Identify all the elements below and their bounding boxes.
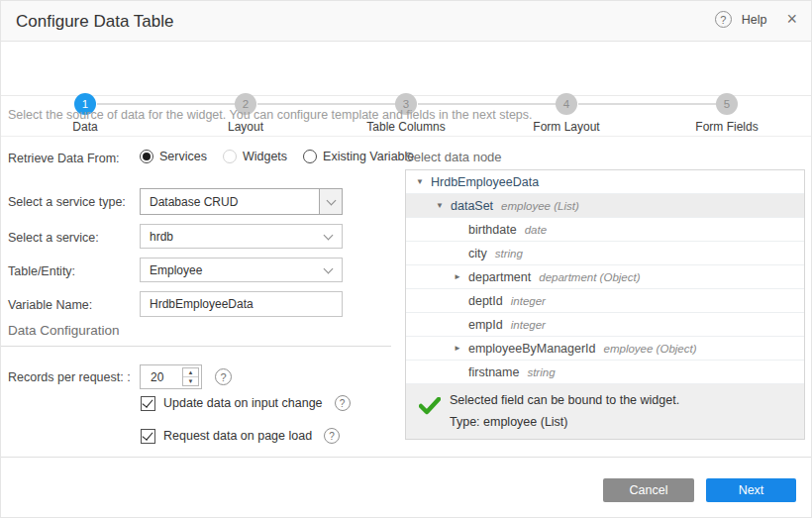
next-button[interactable]: Next	[706, 478, 796, 502]
header-actions: ? Help ×	[715, 11, 797, 28]
request-data-checkbox[interactable]	[141, 429, 155, 444]
question-glyph: ?	[340, 398, 346, 409]
tree-node-label: employeeByManagerId	[468, 342, 596, 356]
tree-node-type: integer	[511, 319, 546, 331]
tree-node-label: HrdbEmployeeData	[431, 175, 539, 189]
records-per-request-stepper[interactable]: 20 ▲ ▼	[140, 364, 202, 389]
tree-node-type: department (Object)	[539, 271, 640, 283]
tree-node-label: deptId	[468, 294, 503, 308]
tree-node-label: empId	[468, 318, 503, 332]
step-connector	[578, 103, 717, 105]
question-glyph: ?	[720, 14, 726, 26]
chevron-down-icon	[326, 195, 336, 205]
dialog-title: Configure Data Table	[16, 12, 173, 32]
radio-existing-variable-circle	[303, 150, 317, 163]
variable-name-label: Variable Name:	[8, 298, 92, 312]
expander-down-icon[interactable]: ▼	[414, 177, 426, 186]
radio-services[interactable]: Services	[140, 150, 207, 163]
tree-node-department[interactable]: ► department department (Object)	[406, 265, 804, 289]
select-data-node-heading: Select data node	[405, 150, 502, 164]
radio-widgets-label: Widgets	[243, 150, 287, 163]
spinner-up-icon[interactable]: ▲	[183, 368, 198, 377]
tree-node-type: date	[525, 224, 547, 236]
tree-node-dataset[interactable]: ▼ dataSet employee (List)	[406, 194, 804, 218]
divider	[1, 457, 812, 458]
tree-node-birthdate[interactable]: birthdate date	[406, 218, 804, 242]
records-help-icon[interactable]: ?	[215, 368, 232, 385]
tree-node-type: integer	[511, 295, 546, 307]
tree-node-label: birthdate	[468, 223, 517, 237]
divider	[1, 136, 812, 137]
records-per-request-value: 20	[141, 365, 182, 388]
tree-node-type: employee (List)	[501, 200, 579, 212]
service-label: Select a service:	[8, 231, 99, 245]
tree-node-type: employee (Object)	[604, 343, 697, 355]
update-data-help-icon[interactable]: ?	[335, 395, 351, 411]
data-configuration-heading: Data Configuration	[8, 323, 120, 338]
step-2-label: Layout	[186, 120, 305, 134]
tree-node-label: department	[468, 270, 531, 284]
radio-widgets[interactable]: Widgets	[223, 150, 287, 163]
records-per-request-label: Records per request: :	[8, 370, 131, 384]
radio-existing-variable-label: Existing Variable	[323, 150, 414, 163]
wizard-stepper: 1 2 3 4 5 Data Layout Table Columns Form…	[1, 42, 812, 96]
update-data-checkbox[interactable]	[141, 396, 155, 411]
service-value: hrdb	[141, 230, 325, 244]
radio-selected-dot	[143, 153, 151, 160]
table-entity-label: Table/Entity:	[8, 264, 75, 278]
chevron-down-icon	[324, 230, 334, 240]
tree-node-label: dataSet	[451, 199, 493, 213]
divider	[1, 346, 391, 347]
step-description: Select the source of data for the widget…	[8, 108, 533, 122]
tree-node-city[interactable]: city string	[406, 242, 804, 265]
tree-node-label: firstname	[468, 365, 519, 379]
tree-node-hrdbemployeedata[interactable]: ▼ HrdbEmployeeData	[406, 170, 804, 194]
spinner-down-icon[interactable]: ▼	[183, 377, 198, 385]
radio-services-circle	[140, 150, 153, 163]
tree-node-type: string	[527, 366, 555, 378]
request-data-checkbox-row: Request data on page load ?	[141, 428, 340, 444]
chevron-down-icon	[324, 263, 334, 273]
success-check-icon	[419, 397, 441, 415]
expander-right-icon[interactable]: ►	[452, 272, 463, 281]
radio-existing-variable[interactable]: Existing Variable	[303, 150, 414, 163]
tree-node-firstname[interactable]: firstname string	[406, 361, 804, 384]
variable-name-input[interactable]	[140, 291, 343, 317]
radio-services-label: Services	[159, 150, 207, 163]
step-4-label: Form Layout	[507, 120, 626, 134]
retrieve-data-from-radios: Services Widgets Existing Variable	[140, 150, 414, 163]
data-node-tree: ▼ HrdbEmployeeData ▼ dataSet employee (L…	[405, 169, 805, 440]
update-data-checkbox-row: Update data on input change ?	[141, 395, 351, 411]
request-data-help-icon[interactable]: ?	[324, 428, 340, 444]
tree-node-type: string	[495, 248, 523, 259]
service-select[interactable]: hrdb	[140, 224, 343, 249]
question-glyph: ?	[329, 431, 335, 442]
expander-right-icon[interactable]: ►	[452, 344, 463, 353]
retrieve-data-from-label: Retrieve Data From:	[8, 152, 120, 165]
cancel-button[interactable]: Cancel	[603, 478, 694, 502]
tree-node-deptid[interactable]: deptId integer	[406, 289, 804, 313]
help-link[interactable]: Help	[742, 13, 767, 27]
spinner-buttons: ▲ ▼	[182, 367, 199, 386]
configure-data-table-dialog: Configure Data Table ? Help × 1 2 3 4 5 …	[0, 0, 812, 518]
tree-node-empid[interactable]: empId integer	[406, 313, 804, 337]
step-connector	[257, 103, 396, 105]
binding-status-text: Selected field can be bound to the widge…	[450, 393, 679, 407]
step-connector	[418, 103, 557, 105]
service-type-select[interactable]: Database CRUD	[140, 188, 343, 215]
tree-node-label: city	[468, 247, 487, 260]
service-type-label: Select a service type:	[8, 195, 126, 209]
step-4-circle[interactable]: 4	[556, 93, 577, 115]
close-icon[interactable]: ×	[786, 11, 797, 28]
expander-down-icon[interactable]: ▼	[434, 201, 446, 210]
table-entity-select[interactable]: Employee	[140, 258, 343, 282]
help-icon[interactable]: ?	[715, 11, 732, 28]
step-5-label: Form Fields	[667, 120, 786, 134]
step-1-label: Data	[26, 120, 145, 134]
request-data-checkbox-label: Request data on page load	[163, 429, 312, 443]
step-3-label: Table Columns	[347, 120, 465, 134]
service-type-dropdown-button[interactable]	[319, 189, 342, 214]
step-5-circle[interactable]: 5	[716, 93, 738, 115]
question-glyph: ?	[220, 371, 226, 383]
tree-node-employeebymanagerid[interactable]: ► employeeByManagerId employee (Object)	[406, 337, 804, 361]
